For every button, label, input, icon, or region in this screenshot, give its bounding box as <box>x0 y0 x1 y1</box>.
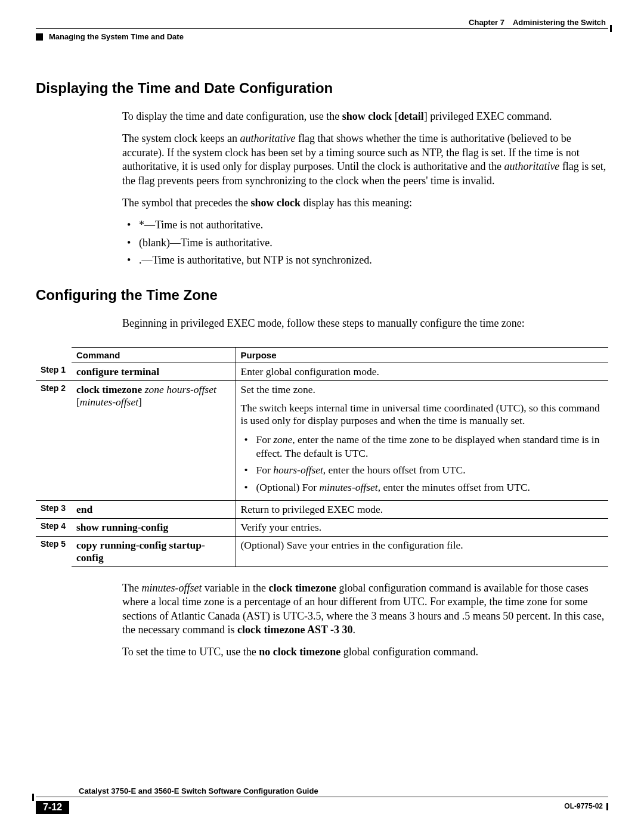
doc-id: OL-9775-02 <box>564 802 608 810</box>
heading-configure-tz: Configuring the Time Zone <box>36 287 608 304</box>
purpose-text: Enter global configuration mode. <box>236 363 608 380</box>
step-label: Step 1 <box>36 363 72 380</box>
footer-guide-title: Catalyst 3750-E and 3560-E Switch Softwa… <box>79 786 318 795</box>
subheader: Managing the System Time and Date <box>36 32 608 44</box>
list-item: (blank)—Time is authoritative. <box>122 236 608 250</box>
section-marker-icon <box>36 33 43 41</box>
list-item: For hours-offset, enter the hours offset… <box>241 463 602 477</box>
step-label: Step 3 <box>36 500 72 518</box>
table-header-row: Command Purpose <box>36 347 608 363</box>
purpose-text: Verify your entries. <box>236 518 608 536</box>
cmd-text: configure terminal <box>76 366 159 377</box>
section-configure-tz: Configuring the Time Zone Beginning in p… <box>36 287 608 659</box>
doc-id-bar-icon <box>606 803 608 810</box>
para-3: The symbol that precedes the show clock … <box>122 196 608 210</box>
footer-rule: Catalyst 3750-E and 3560-E Switch Softwa… <box>36 786 608 797</box>
heading-display-time: Displaying the Time and Date Configurati… <box>36 80 608 97</box>
page-number-badge: 7-12 <box>36 801 69 814</box>
footer-marker-icon <box>32 794 34 801</box>
purpose-text: (Optional) Save your entries in the conf… <box>236 536 608 566</box>
page-footer: Catalyst 3750-E and 3560-E Switch Softwa… <box>36 786 608 815</box>
para-minutes-offset: The minutes-offset variable in the clock… <box>122 581 608 637</box>
col-purpose: Purpose <box>236 347 608 363</box>
list-item: (Optional) For minutes-offset, enter the… <box>241 481 602 494</box>
step-label: Step 4 <box>36 518 72 536</box>
cmd-text: copy running-config startup-config <box>76 539 205 563</box>
para-1: To display the time and date configurati… <box>122 110 608 123</box>
header-chapter: Chapter 7 Administering the Switch <box>469 18 606 27</box>
steps-table: Command Purpose Step 1 configure termina… <box>36 347 608 567</box>
header-marker-icon <box>610 25 612 32</box>
cmd-text: show running-config <box>76 521 168 533</box>
purpose-bullets: For zone, enter the name of the time zon… <box>241 433 602 494</box>
header-rule: Chapter 7 Administering the Switch <box>36 18 608 29</box>
para-utc: To set the time to UTC, use the no clock… <box>122 645 608 659</box>
intro-para: Beginning in privileged EXEC mode, follo… <box>122 317 608 330</box>
chapter-number: Chapter 7 <box>469 18 504 27</box>
after-table-body: The minutes-offset variable in the clock… <box>122 581 608 659</box>
col-command: Command <box>72 347 236 363</box>
cmd-cell: clock timezone zone hours-offset [minute… <box>72 380 236 500</box>
table-row: Step 2 clock timezone zone hours-offset … <box>36 380 608 500</box>
symbol-list: *—Time is not authoritative. (blank)—Tim… <box>122 218 608 267</box>
table-row: Step 3 end Return to privileged EXEC mod… <box>36 500 608 518</box>
list-item: For zone, enter the name of the time zon… <box>241 433 602 460</box>
section-title: Managing the System Time and Date <box>49 32 184 41</box>
table-row: Step 1 configure terminal Enter global c… <box>36 363 608 380</box>
chapter-title: Administering the Switch <box>513 18 606 27</box>
section-body-1: To display the time and date configurati… <box>122 110 608 268</box>
step-label: Step 2 <box>36 380 72 500</box>
page-content: Displaying the Time and Date Configurati… <box>36 80 608 659</box>
list-item: *—Time is not authoritative. <box>122 218 608 232</box>
table-row: Step 4 show running-config Verify your e… <box>36 518 608 536</box>
step-label: Step 5 <box>36 536 72 566</box>
list-item: .—Time is authoritative, but NTP is not … <box>122 253 608 267</box>
purpose-cell: Set the time zone. The switch keeps inte… <box>236 380 608 500</box>
purpose-text: Return to privileged EXEC mode. <box>236 500 608 518</box>
steps-table-wrap: Command Purpose Step 1 configure termina… <box>36 347 608 567</box>
footer-row: 7-12 OL-9775-02 <box>36 801 608 815</box>
para-2: The system clock keeps an authoritative … <box>122 132 608 188</box>
cmd-text: end <box>76 503 92 515</box>
table-row: Step 5 copy running-config startup-confi… <box>36 536 608 566</box>
